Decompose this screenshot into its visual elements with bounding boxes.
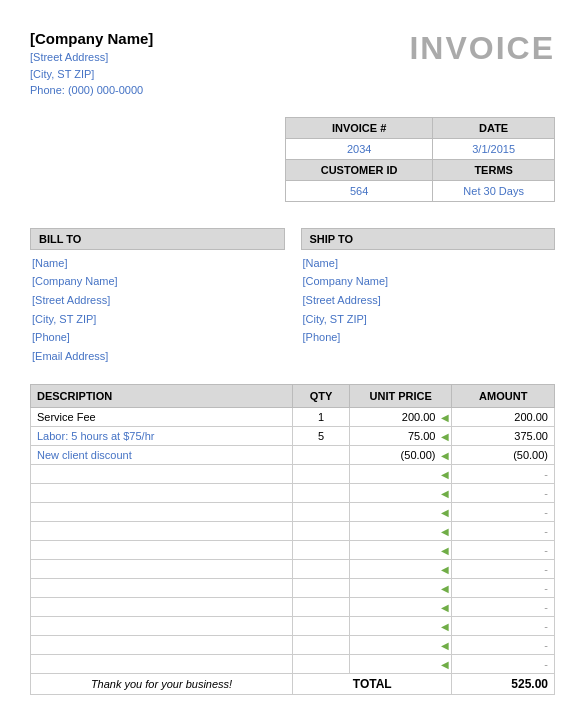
meta-col-customer-id: CUSTOMER ID — [286, 159, 433, 180]
empty-qty — [293, 578, 350, 597]
total-amount: 525.00 — [452, 673, 555, 694]
items-table: DESCRIPTION QTY UNIT PRICE AMOUNT Servic… — [30, 384, 555, 695]
green-arrow-icon: ◀ — [441, 582, 449, 593]
empty-price: ◀ — [349, 521, 452, 540]
company-name: [Company Name] — [30, 30, 153, 47]
empty-desc — [31, 559, 293, 578]
table-row: Labor: 5 hours at $75/hr575.00◀375.00 — [31, 426, 555, 445]
meta-terms: Net 30 Days — [433, 180, 555, 201]
empty-desc — [31, 483, 293, 502]
empty-desc — [31, 464, 293, 483]
empty-desc — [31, 597, 293, 616]
empty-amount: - — [452, 540, 555, 559]
thank-you-text: Thank you for your business! — [31, 673, 293, 694]
green-arrow-icon: ◀ — [441, 468, 449, 479]
table-row-empty: ◀- — [31, 464, 555, 483]
table-row-empty: ◀- — [31, 483, 555, 502]
table-row-empty: ◀- — [31, 502, 555, 521]
table-row-empty: ◀- — [31, 521, 555, 540]
meta-col-terms: TERMS — [433, 159, 555, 180]
ship-to-block: SHIP TO [Name] [Company Name] [Street Ad… — [301, 228, 556, 366]
empty-price: ◀ — [349, 483, 452, 502]
table-row-empty: ◀- — [31, 654, 555, 673]
table-row-empty: ◀- — [31, 635, 555, 654]
empty-price: ◀ — [349, 464, 452, 483]
empty-qty — [293, 559, 350, 578]
empty-amount: - — [452, 483, 555, 502]
col-description: DESCRIPTION — [31, 384, 293, 407]
meta-date: 3/1/2015 — [433, 138, 555, 159]
item-amount: 375.00 — [452, 426, 555, 445]
ship-to-name: [Name] — [301, 254, 556, 273]
bill-to-city: [City, ST ZIP] — [30, 310, 285, 329]
empty-amount: - — [452, 521, 555, 540]
green-arrow-icon: ◀ — [441, 411, 449, 422]
green-arrow-icon: ◀ — [441, 506, 449, 517]
green-arrow-icon: ◀ — [441, 563, 449, 574]
company-block: [Company Name] [Street Address] [City, S… — [30, 30, 153, 99]
table-row-empty: ◀- — [31, 578, 555, 597]
empty-qty — [293, 483, 350, 502]
empty-desc — [31, 540, 293, 559]
empty-amount: - — [452, 635, 555, 654]
bill-to-company: [Company Name] — [30, 272, 285, 291]
empty-qty — [293, 502, 350, 521]
company-phone: Phone: (000) 000-0000 — [30, 82, 153, 99]
empty-price: ◀ — [349, 502, 452, 521]
green-arrow-icon: ◀ — [441, 658, 449, 669]
empty-qty — [293, 540, 350, 559]
item-qty: 5 — [293, 426, 350, 445]
green-arrow-icon: ◀ — [441, 601, 449, 612]
empty-qty — [293, 597, 350, 616]
green-arrow-icon: ◀ — [441, 449, 449, 460]
table-row-empty: ◀- — [31, 616, 555, 635]
empty-amount: - — [452, 616, 555, 635]
table-row-empty: ◀- — [31, 559, 555, 578]
empty-desc — [31, 635, 293, 654]
meta-area: INVOICE # DATE 2034 3/1/2015 CUSTOMER ID… — [30, 117, 555, 218]
item-qty: 1 — [293, 407, 350, 426]
bill-to-name: [Name] — [30, 254, 285, 273]
green-arrow-icon: ◀ — [441, 487, 449, 498]
empty-qty — [293, 464, 350, 483]
empty-desc — [31, 502, 293, 521]
footer-row: Thank you for your business!TOTAL525.00 — [31, 673, 555, 694]
empty-desc — [31, 654, 293, 673]
meta-customer-id: 564 — [286, 180, 433, 201]
bill-to-street: [Street Address] — [30, 291, 285, 310]
empty-amount: - — [452, 559, 555, 578]
table-row: New client discount(50.00)◀(50.00) — [31, 445, 555, 464]
company-city: [City, ST ZIP] — [30, 66, 153, 83]
empty-amount: - — [452, 464, 555, 483]
bill-to-phone: [Phone] — [30, 328, 285, 347]
empty-price: ◀ — [349, 597, 452, 616]
meta-col-invoice-num: INVOICE # — [286, 117, 433, 138]
empty-amount: - — [452, 654, 555, 673]
ship-to-street: [Street Address] — [301, 291, 556, 310]
green-arrow-icon: ◀ — [441, 544, 449, 555]
empty-qty — [293, 654, 350, 673]
total-label: TOTAL — [293, 673, 452, 694]
item-description: New client discount — [31, 445, 293, 464]
item-unit-price: 200.00◀ — [349, 407, 452, 426]
item-unit-price: 75.00◀ — [349, 426, 452, 445]
item-unit-price: (50.00)◀ — [349, 445, 452, 464]
table-row-empty: ◀- — [31, 597, 555, 616]
header: [Company Name] [Street Address] [City, S… — [30, 30, 555, 99]
ship-to-phone: [Phone] — [301, 328, 556, 347]
bill-to-header: BILL TO — [30, 228, 285, 250]
green-arrow-icon: ◀ — [441, 620, 449, 631]
company-street: [Street Address] — [30, 49, 153, 66]
green-arrow-icon: ◀ — [441, 525, 449, 536]
empty-price: ◀ — [349, 559, 452, 578]
invoice-title: INVOICE — [409, 30, 555, 67]
empty-qty — [293, 521, 350, 540]
empty-price: ◀ — [349, 616, 452, 635]
col-unit-price: UNIT PRICE — [349, 384, 452, 407]
item-qty — [293, 445, 350, 464]
empty-desc — [31, 521, 293, 540]
bill-to-block: BILL TO [Name] [Company Name] [Street Ad… — [30, 228, 285, 366]
table-row-empty: ◀- — [31, 540, 555, 559]
empty-desc — [31, 578, 293, 597]
empty-price: ◀ — [349, 635, 452, 654]
